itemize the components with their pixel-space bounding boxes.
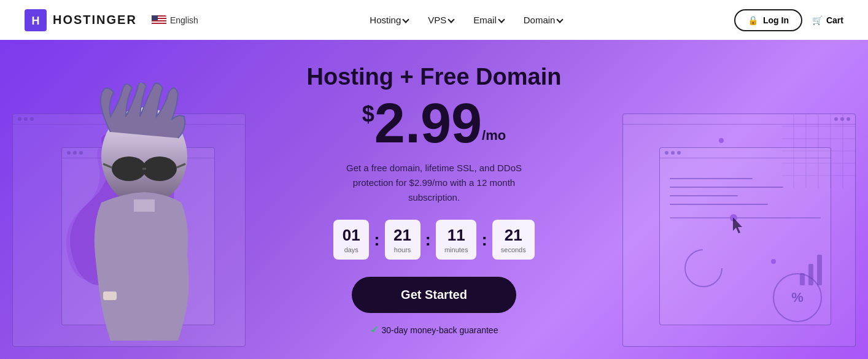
accent-dot	[771, 259, 776, 264]
logo-icon: H	[25, 9, 47, 31]
nav-left: H HOSTINGER English	[25, 9, 198, 31]
seconds-value: 21	[501, 226, 526, 245]
logo[interactable]: H HOSTINGER	[25, 9, 137, 31]
accent-dot	[719, 138, 724, 143]
svg-rect-6	[152, 24, 166, 25]
cart-button[interactable]: 🛒 Cart	[812, 15, 843, 25]
countdown-days: 01 days	[333, 220, 369, 260]
countdown-minutes: 11 minutes	[436, 220, 477, 260]
countdown-separator: :	[374, 230, 379, 250]
hours-label: hours	[393, 246, 412, 253]
chevron-down-icon	[448, 16, 455, 23]
hours-value: 21	[393, 226, 412, 245]
browser-dot	[665, 151, 668, 155]
hero-description: Get a free domain, lifetime SSL, and DDo…	[330, 161, 538, 205]
countdown-separator: :	[425, 230, 431, 250]
loading-arc-icon	[681, 245, 727, 291]
ui-mockup	[660, 158, 831, 231]
svg-point-10	[142, 156, 177, 181]
nav-right: 🔒 Log In 🛒 Cart	[734, 9, 843, 31]
nav-vps[interactable]: VPS	[428, 15, 454, 25]
chevron-down-icon	[498, 16, 505, 23]
price-amount: 2.99	[374, 96, 482, 151]
hero-title: Hosting + Free Domain	[307, 63, 562, 91]
seconds-label: seconds	[501, 246, 526, 253]
browser-dot	[671, 151, 675, 155]
countdown-separator: :	[481, 230, 487, 250]
hero-left-image	[0, 83, 264, 359]
hero-section: % Hosting + Free Domain $ 2.99 /mo Get a…	[0, 40, 868, 359]
price-period: /mo	[482, 129, 506, 142]
chevron-down-icon	[557, 16, 564, 23]
guarantee-text: ✓ 30-day money-back guarantee	[307, 324, 562, 336]
price-symbol: $	[362, 103, 374, 125]
guarantee-label: 30-day money-back guarantee	[382, 325, 498, 335]
flag-icon	[152, 15, 166, 25]
bar-chart-icon	[800, 255, 822, 285]
countdown-timer: 01 days : 21 hours : 11 minutes : 21 sec…	[307, 220, 562, 260]
svg-rect-14	[134, 199, 155, 212]
brand-name: HOSTINGER	[53, 13, 137, 27]
days-label: days	[342, 246, 360, 253]
svg-point-9	[112, 156, 146, 181]
chevron-down-icon	[403, 16, 409, 23]
nav-domain[interactable]: Domain	[524, 15, 563, 25]
person-illustration	[49, 83, 233, 359]
navbar: H HOSTINGER English Hosting VPS Em	[0, 0, 868, 40]
countdown-hours: 21 hours	[385, 220, 420, 260]
minutes-label: minutes	[444, 246, 468, 253]
login-button[interactable]: 🔒 Log In	[734, 9, 802, 31]
cart-icon: 🛒	[812, 15, 823, 25]
lock-icon: 🔒	[748, 15, 758, 25]
browser-dot	[677, 151, 681, 155]
svg-rect-15	[103, 291, 117, 300]
minutes-value: 11	[444, 226, 468, 245]
svg-text:H: H	[32, 14, 40, 26]
nav-hosting[interactable]: Hosting	[370, 15, 408, 25]
checkmark-icon: ✓	[370, 324, 378, 336]
countdown-seconds: 21 seconds	[492, 220, 535, 260]
get-started-button[interactable]: Get Started	[352, 277, 516, 313]
svg-rect-5	[152, 21, 166, 23]
svg-point-26	[685, 250, 722, 287]
days-value: 01	[342, 226, 360, 245]
cursor-icon	[733, 217, 745, 233]
language-label: English	[170, 15, 198, 25]
svg-rect-7	[152, 15, 158, 20]
language-selector[interactable]: English	[152, 15, 198, 25]
nav-email[interactable]: Email	[473, 15, 504, 25]
hero-content: Hosting + Free Domain $ 2.99 /mo Get a f…	[307, 63, 562, 336]
hero-price: $ 2.99 /mo	[307, 96, 562, 151]
nav-center: Hosting VPS Email Domain	[370, 15, 562, 25]
